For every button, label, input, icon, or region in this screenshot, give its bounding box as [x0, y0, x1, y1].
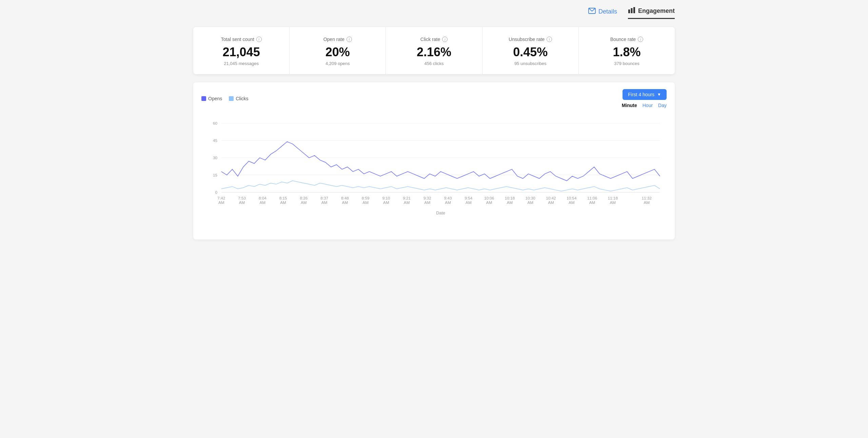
info-icon-click-rate[interactable]: i [442, 37, 448, 42]
svg-text:10:42: 10:42 [546, 196, 556, 200]
stat-unsubscribe-rate-sub: 95 unsubscribes [491, 61, 570, 66]
svg-rect-1 [628, 9, 630, 13]
stat-open-rate-label: Open rate i [298, 37, 377, 42]
chart-controls-right: First 4 hours ▼ Minute Hour Day [622, 89, 667, 108]
stat-click-rate-value: 2.16% [394, 45, 474, 59]
info-icon-bounce-rate[interactable]: i [638, 37, 643, 42]
stat-total-sent: Total sent count i 21,045 21,045 message… [193, 27, 290, 74]
svg-text:0: 0 [215, 190, 217, 194]
granularity-hour[interactable]: Hour [643, 103, 653, 108]
tab-engagement[interactable]: Engagement [628, 7, 675, 19]
stat-click-rate-label: Click rate i [394, 37, 474, 42]
svg-text:10:54: 10:54 [567, 196, 577, 200]
svg-text:9:32: 9:32 [423, 196, 431, 200]
svg-rect-3 [633, 7, 635, 13]
engagement-chart: 60 45 30 15 0 7:42 AM 7 [201, 112, 667, 227]
svg-text:AM: AM [507, 200, 513, 205]
svg-text:AM: AM [486, 200, 492, 205]
chart-header: Opens Clicks First 4 hours ▼ Minute Hour… [201, 89, 667, 108]
svg-text:AM: AM [260, 200, 266, 205]
stat-click-rate-sub: 456 clicks [394, 61, 474, 66]
svg-text:9:54: 9:54 [465, 196, 472, 200]
bar-chart-icon [628, 7, 635, 15]
stat-unsubscribe-rate-value: 0.45% [491, 45, 570, 59]
svg-rect-2 [631, 8, 632, 13]
svg-text:8:15: 8:15 [279, 196, 287, 200]
legend-clicks: Clicks [229, 96, 248, 101]
svg-text:AM: AM [404, 200, 410, 205]
svg-text:AM: AM [644, 200, 650, 205]
svg-text:AM: AM [321, 200, 328, 205]
svg-text:AM: AM [445, 200, 451, 205]
stat-open-rate-value: 20% [298, 45, 377, 59]
svg-text:AM: AM [218, 200, 224, 205]
svg-text:7:42: 7:42 [217, 196, 225, 200]
granularity-minute[interactable]: Minute [622, 103, 637, 108]
svg-text:10:06: 10:06 [484, 196, 494, 200]
stat-click-rate: Click rate i 2.16% 456 clicks [386, 27, 482, 74]
svg-text:30: 30 [213, 155, 218, 160]
chart-legend: Opens Clicks [201, 96, 249, 101]
svg-text:15: 15 [213, 172, 218, 177]
stat-bounce-rate-value: 1.8% [587, 45, 667, 59]
svg-text:8:26: 8:26 [300, 196, 308, 200]
svg-text:AM: AM [569, 200, 575, 205]
svg-text:9:21: 9:21 [403, 196, 411, 200]
info-icon-open-rate[interactable]: i [347, 37, 352, 42]
svg-text:AM: AM [610, 200, 616, 205]
stat-unsubscribe-rate: Unsubscribe rate i 0.45% 95 unsubscribes [482, 27, 579, 74]
svg-text:7:53: 7:53 [238, 196, 246, 200]
svg-text:9:10: 9:10 [382, 196, 390, 200]
stat-open-rate: Open rate i 20% 4,209 opens [290, 27, 386, 74]
svg-text:60: 60 [213, 121, 218, 125]
svg-text:AM: AM [383, 200, 389, 205]
svg-text:8:59: 8:59 [362, 196, 370, 200]
svg-text:AM: AM [301, 200, 307, 205]
time-range-button[interactable]: First 4 hours ▼ [623, 89, 667, 100]
tab-engagement-label: Engagement [638, 7, 675, 15]
svg-text:AM: AM [280, 200, 286, 205]
legend-dot-opens [201, 96, 206, 101]
svg-text:11:32: 11:32 [642, 196, 651, 200]
svg-text:AM: AM [342, 200, 348, 205]
time-granularity-controls: Minute Hour Day [622, 103, 667, 108]
svg-text:AM: AM [362, 200, 369, 205]
stat-unsubscribe-rate-label: Unsubscribe rate i [491, 37, 570, 42]
svg-text:8:37: 8:37 [320, 196, 328, 200]
svg-text:8:48: 8:48 [341, 196, 349, 200]
stat-open-rate-sub: 4,209 opens [298, 61, 377, 66]
stat-bounce-rate-sub: 379 bounces [587, 61, 667, 66]
svg-text:AM: AM [425, 200, 431, 205]
top-navigation: Details Engagement [193, 7, 675, 19]
chart-section: Opens Clicks First 4 hours ▼ Minute Hour… [193, 82, 675, 239]
svg-text:AM: AM [527, 200, 533, 205]
legend-opens-label: Opens [208, 96, 222, 101]
legend-clicks-label: Clicks [236, 96, 248, 101]
x-axis-title: Date [436, 210, 445, 215]
svg-text:8:04: 8:04 [259, 196, 267, 200]
tab-details-label: Details [598, 8, 617, 15]
svg-text:9:43: 9:43 [444, 196, 452, 200]
svg-text:AM: AM [239, 200, 245, 205]
svg-text:10:18: 10:18 [505, 196, 515, 200]
svg-text:45: 45 [213, 138, 218, 142]
chevron-down-icon: ▼ [657, 92, 661, 97]
legend-opens: Opens [201, 96, 222, 101]
stat-total-sent-label: Total sent count i [201, 37, 281, 42]
stat-total-sent-value: 21,045 [201, 45, 281, 59]
svg-text:AM: AM [466, 200, 472, 205]
time-range-label: First 4 hours [628, 92, 654, 97]
svg-text:11:06: 11:06 [587, 196, 597, 200]
stats-card: Total sent count i 21,045 21,045 message… [193, 27, 675, 74]
stat-bounce-rate-label: Bounce rate i [587, 37, 667, 42]
info-icon-unsubscribe-rate[interactable]: i [547, 37, 552, 42]
stat-bounce-rate: Bounce rate i 1.8% 379 bounces [579, 27, 675, 74]
stat-total-sent-sub: 21,045 messages [201, 61, 281, 66]
chart-wrapper: 60 45 30 15 0 7:42 AM 7 [201, 112, 667, 229]
info-icon-total-sent[interactable]: i [256, 37, 262, 42]
svg-text:AM: AM [548, 200, 554, 205]
tab-details[interactable]: Details [588, 8, 617, 18]
svg-text:11:18: 11:18 [608, 196, 618, 200]
legend-dot-clicks [229, 96, 234, 101]
granularity-day[interactable]: Day [658, 103, 667, 108]
